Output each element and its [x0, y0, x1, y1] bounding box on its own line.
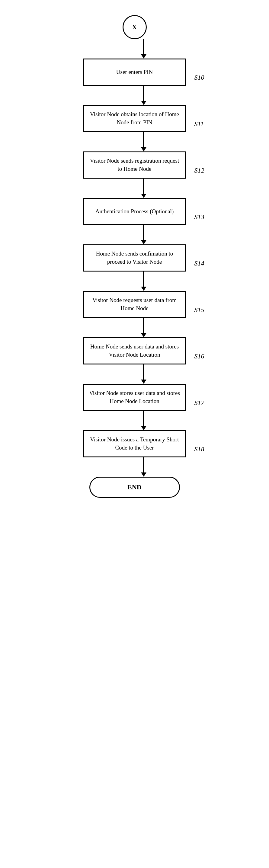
step-row-s16: Home Node sends user data and stores Vis…: [59, 337, 210, 365]
step-label-s11: S11: [195, 120, 204, 128]
arrow-2: [86, 132, 201, 151]
start-node: X: [59, 15, 210, 39]
step-row-s13: Authentication Process (Optional) S13: [59, 198, 210, 225]
arrow-7: [86, 365, 201, 384]
arrow-head: [141, 54, 146, 59]
arrow-head: [141, 240, 146, 244]
step-row-s12: Visitor Node sends registration request …: [59, 151, 210, 179]
step-box-s11: Visitor Node obtains location of Home No…: [83, 105, 186, 132]
step-text-s12: Visitor Node sends registration request …: [89, 157, 180, 173]
arrow-8: [86, 411, 201, 430]
step-box-s14: Home Node sends confimation to proceed t…: [83, 244, 186, 272]
step-box-s18: Visitor Node issues a Temporary Short Co…: [83, 430, 186, 457]
step-row-s14: Home Node sends confimation to proceed t…: [59, 244, 210, 272]
arrow-5: [86, 272, 201, 291]
arrow-line: [143, 411, 144, 426]
start-circle: X: [123, 15, 147, 39]
arrow-9: [86, 457, 201, 477]
arrow-line: [143, 86, 144, 101]
arrow-head: [141, 426, 146, 430]
arrow-line: [143, 39, 144, 54]
arrow-6: [86, 318, 201, 337]
arrow-line: [143, 132, 144, 147]
arrow-line: [143, 225, 144, 240]
step-label-s14: S14: [195, 259, 204, 267]
arrow-3: [86, 179, 201, 198]
step-box-s13: Authentication Process (Optional): [83, 198, 186, 225]
end-node: END: [59, 477, 210, 498]
arrow-0: [86, 39, 201, 59]
flowchart: X User enters PIN S10 Visitor Node obtai…: [0, 6, 269, 868]
step-label-s17: S17: [195, 399, 204, 407]
step-row-s18: Visitor Node issues a Temporary Short Co…: [59, 430, 210, 457]
step-label-s18: S18: [195, 445, 204, 453]
step-box-s17: Visitor Node stores user data and stores…: [83, 384, 186, 411]
arrow-head: [141, 379, 146, 384]
arrow-head: [141, 333, 146, 337]
start-label: X: [132, 23, 137, 31]
step-text-s17: Visitor Node stores user data and stores…: [89, 389, 180, 405]
end-terminal: END: [89, 477, 180, 498]
step-text-s11: Visitor Node obtains location of Home No…: [89, 111, 180, 126]
arrow-line: [143, 365, 144, 379]
step-row-s15: Visitor Node requests user data from Hom…: [59, 291, 210, 318]
arrow-head: [141, 472, 146, 477]
end-label: END: [127, 483, 141, 491]
arrow-head: [141, 147, 146, 151]
step-box-s15: Visitor Node requests user data from Hom…: [83, 291, 186, 318]
step-row-s10: User enters PIN S10: [59, 59, 210, 86]
step-text-s10: User enters PIN: [116, 68, 153, 76]
arrow-line: [143, 272, 144, 287]
step-label-s16: S16: [195, 352, 204, 360]
step-label-s13: S13: [195, 213, 204, 221]
arrow-head: [141, 101, 146, 105]
arrow-head: [141, 194, 146, 198]
step-row-s17: Visitor Node stores user data and stores…: [59, 384, 210, 411]
arrow-line: [143, 179, 144, 194]
step-label-s15: S15: [195, 306, 204, 314]
arrow-1: [86, 86, 201, 105]
arrow-head: [141, 287, 146, 291]
step-text-s16: Home Node sends user data and stores Vis…: [89, 343, 180, 359]
step-text-s18: Visitor Node issues a Temporary Short Co…: [89, 436, 180, 452]
step-box-s10: User enters PIN: [83, 59, 186, 86]
step-box-s12: Visitor Node sends registration request …: [83, 151, 186, 179]
arrow-4: [86, 225, 201, 244]
step-row-s11: Visitor Node obtains location of Home No…: [59, 105, 210, 132]
step-text-s13: Authentication Process (Optional): [95, 208, 174, 216]
step-box-s16: Home Node sends user data and stores Vis…: [83, 337, 186, 365]
step-label-s12: S12: [195, 166, 204, 175]
arrow-line: [143, 318, 144, 333]
arrow-line: [143, 457, 144, 472]
step-text-s15: Visitor Node requests user data from Hom…: [89, 296, 180, 312]
step-label-s10: S10: [195, 73, 204, 82]
step-text-s14: Home Node sends confimation to proceed t…: [89, 250, 180, 266]
